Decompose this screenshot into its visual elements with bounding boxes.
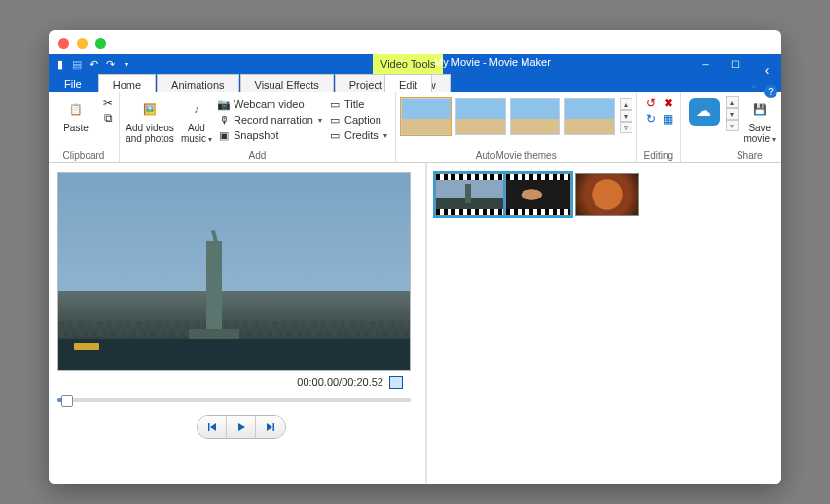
next-frame-button[interactable] bbox=[256, 416, 285, 438]
group-label-add: Add bbox=[124, 150, 391, 162]
title-icon: ▭ bbox=[328, 97, 342, 111]
minimize-button[interactable]: ─ bbox=[692, 56, 719, 73]
tab-visual-effects[interactable]: Visual Effects bbox=[240, 74, 334, 92]
preview-time-bar: 00:00.00/00:20.52 bbox=[57, 371, 411, 394]
tab-animations[interactable]: Animations bbox=[157, 74, 238, 92]
group-label-clipboard: Clipboard bbox=[53, 150, 115, 162]
onedrive-button[interactable] bbox=[685, 94, 724, 126]
qat-dropdown-icon[interactable]: ▾ bbox=[121, 58, 132, 70]
playback-controls bbox=[197, 415, 286, 439]
credits-icon: ▭ bbox=[328, 128, 342, 142]
group-label-share: Share bbox=[685, 150, 781, 162]
storyboard-strip bbox=[435, 173, 774, 218]
automovie-theme-1[interactable] bbox=[401, 98, 451, 135]
share-gallery-more[interactable]: ▿ bbox=[726, 120, 739, 131]
caption-icon: ▭ bbox=[328, 113, 342, 126]
back-button[interactable]: ‹ bbox=[754, 57, 779, 83]
tab-home[interactable]: Home bbox=[98, 74, 156, 92]
preview-monitor[interactable] bbox=[57, 172, 411, 371]
redo-icon[interactable]: ↷ bbox=[104, 58, 116, 70]
theme-gallery-scroll: ▴ ▾ ▿ bbox=[620, 98, 632, 133]
share-gallery-down[interactable]: ▾ bbox=[726, 108, 739, 120]
group-automovie: ▴ ▾ ▿ AutoMovie themes bbox=[396, 92, 637, 162]
paste-button[interactable]: 📋 Paste bbox=[53, 94, 99, 133]
caption-button[interactable]: ▭Caption bbox=[328, 112, 391, 127]
group-add: 🖼️ Add videos and photos ♪ Add music 📷We… bbox=[120, 92, 396, 162]
cloud-icon bbox=[689, 98, 720, 126]
ribbon-tabs: File Home Animations Visual Effects Proj… bbox=[49, 74, 781, 92]
app-window: ‹ ? ⌃ ▮ ▤ ↶ ↷ ▾ Video Tools My Movie - M… bbox=[49, 30, 781, 484]
rotate-right-icon[interactable]: ↻ bbox=[642, 112, 660, 126]
clip-1[interactable] bbox=[435, 173, 505, 216]
quick-access-toolbar: ▮ ▤ ↶ ↷ ▾ bbox=[49, 54, 138, 74]
clip-3[interactable] bbox=[575, 173, 639, 216]
qat-save-icon[interactable]: ▤ bbox=[71, 58, 83, 70]
tab-edit[interactable]: Edit bbox=[384, 74, 432, 92]
group-label-editing: Editing bbox=[641, 150, 676, 162]
webcam-video-button[interactable]: 📷Webcam video bbox=[217, 96, 326, 112]
fullscreen-icon[interactable] bbox=[389, 376, 403, 389]
group-label-automovie: AutoMovie themes bbox=[400, 150, 632, 162]
save-movie-button[interactable]: 💾 Save movie bbox=[740, 94, 779, 145]
microphone-icon: 🎙 bbox=[217, 113, 231, 126]
seek-slider[interactable] bbox=[57, 398, 411, 402]
title-button[interactable]: ▭Title bbox=[328, 96, 391, 112]
share-gallery-up[interactable]: ▴ bbox=[726, 96, 739, 108]
copy-icon[interactable]: ⧉ bbox=[101, 111, 115, 125]
video-tools-contextual-tab[interactable]: Video Tools bbox=[373, 54, 443, 74]
app-icon: ▮ bbox=[54, 58, 66, 70]
music-icon: ♪ bbox=[184, 96, 209, 122]
group-share: ▴ ▾ ▿ 💾 Save movie 👤 Sign in Share bbox=[681, 92, 781, 162]
save-movie-icon: 💾 bbox=[747, 96, 773, 122]
cut-icon[interactable]: ✂ bbox=[101, 96, 115, 110]
delete-icon[interactable]: ✖ bbox=[660, 96, 677, 110]
webcam-icon: 📷 bbox=[217, 97, 231, 111]
gallery-more-icon[interactable]: ▿ bbox=[620, 122, 632, 133]
gallery-up-icon[interactable]: ▴ bbox=[620, 98, 632, 110]
snapshot-icon: ▣ bbox=[217, 128, 231, 142]
time-display: 00:00.00/00:20.52 bbox=[297, 377, 383, 388]
play-button[interactable] bbox=[227, 416, 256, 438]
clip-2[interactable] bbox=[505, 173, 571, 216]
group-clipboard: 📋 Paste ✂ ⧉ Clipboard bbox=[49, 92, 120, 162]
prev-frame-button[interactable] bbox=[198, 416, 227, 438]
photos-icon: 🖼️ bbox=[137, 96, 162, 122]
ribbon-collapse-icon[interactable]: ⌃ bbox=[750, 84, 758, 93]
select-all-icon[interactable]: ▦ bbox=[660, 112, 677, 126]
storyboard-pane[interactable] bbox=[427, 163, 781, 484]
workspace: 00:00.00/00:20.52 bbox=[49, 163, 781, 484]
help-button[interactable]: ? bbox=[764, 85, 777, 98]
statue-graphic bbox=[206, 241, 222, 337]
window-title: My Movie - Movie Maker bbox=[434, 56, 551, 68]
automovie-theme-4[interactable] bbox=[564, 98, 615, 135]
maximize-button[interactable]: ☐ bbox=[721, 56, 748, 73]
group-editing: ↺ ✖ ↻ ▦ Editing bbox=[637, 92, 681, 162]
add-videos-photos-button[interactable]: 🖼️ Add videos and photos bbox=[124, 94, 176, 144]
rotate-left-icon[interactable]: ↺ bbox=[642, 96, 660, 110]
clipboard-icon: 📋 bbox=[63, 96, 89, 122]
title-bar: ▮ ▤ ↶ ↷ ▾ Video Tools My Movie - Movie M… bbox=[49, 54, 781, 74]
undo-icon[interactable]: ↶ bbox=[88, 58, 99, 70]
tab-file[interactable]: File bbox=[49, 74, 97, 92]
minimize-traffic-light[interactable] bbox=[77, 38, 88, 49]
ribbon: 📋 Paste ✂ ⧉ Clipboard 🖼️ Add videos and … bbox=[49, 92, 781, 163]
record-narration-button[interactable]: 🎙Record narration bbox=[217, 112, 326, 127]
zoom-traffic-light[interactable] bbox=[95, 38, 106, 49]
gallery-down-icon[interactable]: ▾ bbox=[620, 110, 632, 122]
automovie-theme-3[interactable] bbox=[510, 98, 560, 135]
preview-pane: 00:00.00/00:20.52 bbox=[49, 163, 427, 484]
mac-window-controls bbox=[49, 30, 781, 54]
automovie-theme-2[interactable] bbox=[455, 98, 506, 135]
credits-button[interactable]: ▭Credits bbox=[328, 127, 391, 143]
add-music-button[interactable]: ♪ Add music bbox=[178, 94, 215, 145]
close-traffic-light[interactable] bbox=[58, 38, 69, 49]
snapshot-button[interactable]: ▣Snapshot bbox=[217, 127, 326, 143]
